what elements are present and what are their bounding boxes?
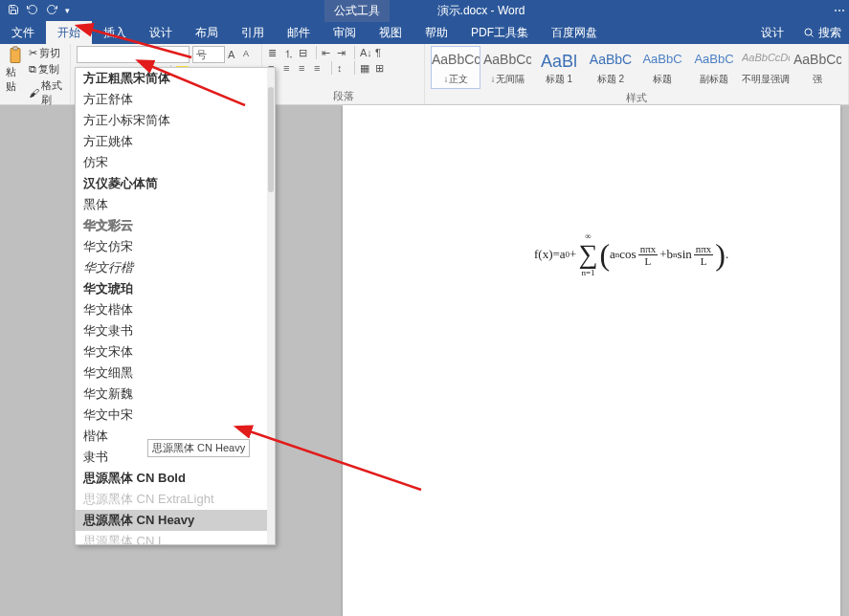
- tab-mailings[interactable]: 邮件: [276, 21, 322, 44]
- show-marks-icon[interactable]: ¶: [375, 47, 388, 59]
- formula-tools-label: 公式工具: [324, 0, 390, 22]
- tab-equation-design[interactable]: 设计: [749, 21, 795, 44]
- style-item[interactable]: AaBbC标题 2: [586, 46, 636, 89]
- sort-icon[interactable]: A↓: [360, 47, 372, 59]
- style-item[interactable]: AaBl标题 1: [534, 46, 584, 89]
- style-item[interactable]: AaBbC副标题: [689, 46, 739, 89]
- tab-review[interactable]: 审阅: [322, 21, 368, 44]
- tab-layout[interactable]: 布局: [184, 21, 230, 44]
- copy-button[interactable]: ⧉复制: [29, 62, 64, 77]
- shrink-font-icon[interactable]: A: [243, 49, 256, 61]
- brush-icon: 🖌: [29, 87, 39, 99]
- font-tooltip: 思源黑体 CN Heavy: [147, 439, 250, 457]
- tab-design[interactable]: 设计: [138, 21, 184, 44]
- align-center-icon[interactable]: ≡: [283, 62, 296, 75]
- bullets-icon[interactable]: ≣: [268, 47, 280, 59]
- font-option[interactable]: 思源黑体 CN L: [76, 531, 275, 545]
- title-bar: ▾ 公式工具 演示.docx - Word ⋯: [0, 0, 849, 21]
- tab-pdf[interactable]: PDF工具集: [459, 21, 540, 44]
- font-option[interactable]: 汉仪菱心体简: [76, 173, 275, 194]
- equation[interactable]: f(x)=a0 + ∞ ∑ n=1 ( an cos nπxL +bn sin …: [534, 231, 728, 277]
- font-option[interactable]: 华文宋体: [76, 341, 275, 363]
- numbering-icon[interactable]: ⒈: [283, 47, 296, 59]
- increase-indent-icon[interactable]: ⇥: [337, 47, 349, 59]
- group-label-styles: 样式: [431, 89, 842, 106]
- style-item[interactable]: AaBbC标题: [637, 46, 687, 89]
- font-option[interactable]: 方正舒体: [76, 89, 275, 110]
- font-option[interactable]: 仿宋: [76, 152, 275, 173]
- tab-view[interactable]: 视图: [368, 21, 413, 44]
- search-label: 搜索: [818, 25, 841, 41]
- align-right-icon[interactable]: ≡: [299, 62, 311, 75]
- font-dropdown[interactable]: 方正粗黑宋简体方正舒体方正小标宋简体方正姚体仿宋汉仪菱心体简黑体华文彩云华文仿宋…: [75, 67, 276, 545]
- group-styles: AaBbCcDc↓正文AaBbCcDc↓无间隔AaBl标题 1AaBbC标题 2…: [425, 44, 849, 104]
- grow-font-icon[interactable]: A: [228, 49, 240, 61]
- search-icon: [803, 27, 815, 38]
- font-option[interactable]: 思源黑体 CN ExtraLight: [76, 489, 275, 510]
- copy-icon: ⧉: [29, 63, 36, 76]
- tab-references[interactable]: 引用: [230, 21, 276, 44]
- font-option[interactable]: 思源黑体 CN Bold: [76, 468, 275, 489]
- line-spacing-icon[interactable]: ↕: [337, 62, 349, 75]
- document-page[interactable]: f(x)=a0 + ∞ ∑ n=1 ( an cos nπxL +bn sin …: [343, 105, 840, 616]
- tab-baidu[interactable]: 百度网盘: [540, 21, 609, 44]
- document-title: 演示.docx - Word: [437, 3, 525, 19]
- scissors-icon: ✂: [29, 47, 37, 59]
- borders-icon[interactable]: ⊞: [375, 62, 388, 75]
- font-option[interactable]: 华文行楷: [76, 257, 275, 278]
- font-option[interactable]: 方正小标宋简体: [76, 110, 275, 131]
- font-option[interactable]: 华文仿宋: [76, 236, 275, 257]
- font-option[interactable]: 华文楷体: [76, 299, 275, 320]
- search-box[interactable]: 搜索: [795, 21, 849, 44]
- group-label-paragraph: 段落: [268, 87, 418, 104]
- font-name-combo[interactable]: [77, 46, 190, 63]
- font-option[interactable]: 华文隶书: [76, 320, 275, 341]
- group-paragraph: ≣ ⒈ ⊟ ⇤ ⇥ A↓ ¶ ≡ ≡ ≡ ≡ ↕ ▦ ⊞ 段: [262, 44, 425, 104]
- tab-insert[interactable]: 插入: [92, 21, 138, 44]
- font-option[interactable]: 华文中宋: [76, 405, 275, 426]
- ribbon-tabs: 文件 开始 插入 设计 布局 引用 邮件 审阅 视图 帮助 PDF工具集 百度网…: [0, 21, 849, 44]
- multilevel-icon[interactable]: ⊟: [299, 47, 311, 59]
- font-option[interactable]: 华文琥珀: [76, 278, 275, 299]
- style-item[interactable]: AaBbCcDc↓正文: [431, 46, 480, 89]
- font-option[interactable]: 方正姚体: [76, 131, 275, 152]
- svg-rect-2: [11, 49, 20, 63]
- decrease-indent-icon[interactable]: ⇤: [322, 47, 334, 59]
- style-item[interactable]: AaBbCcDc↓无间隔: [482, 46, 532, 89]
- font-option[interactable]: 方正粗黑宋简体: [76, 68, 275, 89]
- font-size-combo[interactable]: 号: [192, 46, 225, 63]
- shading-icon[interactable]: ▦: [360, 62, 372, 75]
- style-gallery[interactable]: AaBbCcDc↓正文AaBbCcDc↓无间隔AaBl标题 1AaBbC标题 2…: [431, 46, 842, 89]
- group-clipboard: 粘贴 ✂剪切 ⧉复制 🖌格式刷 剪贴板: [0, 44, 71, 104]
- font-option[interactable]: 华文新魏: [76, 384, 275, 405]
- font-option[interactable]: 华文彩云: [76, 215, 275, 236]
- tab-home[interactable]: 开始: [46, 21, 92, 44]
- style-item[interactable]: AaBbCcDc强: [793, 46, 842, 89]
- ribbon-options-icon[interactable]: ⋯: [834, 4, 845, 17]
- justify-icon[interactable]: ≡: [314, 62, 326, 75]
- cut-button[interactable]: ✂剪切: [29, 46, 64, 60]
- paste-button[interactable]: 粘贴: [6, 46, 25, 94]
- tab-file[interactable]: 文件: [0, 21, 46, 44]
- svg-rect-3: [13, 47, 18, 50]
- svg-point-0: [805, 29, 812, 35]
- tab-help[interactable]: 帮助: [413, 21, 459, 44]
- font-option[interactable]: 思源黑体 CN Heavy: [76, 510, 275, 531]
- font-option[interactable]: 黑体: [76, 194, 275, 215]
- style-item[interactable]: AaBbCcDc不明显强调: [741, 46, 791, 89]
- dropdown-scrollbar[interactable]: [267, 68, 275, 544]
- svg-line-1: [811, 34, 813, 36]
- format-painter-button[interactable]: 🖌格式刷: [29, 78, 64, 107]
- sigma-icon: ∞ ∑ n=1: [578, 231, 597, 277]
- font-option[interactable]: 华文细黑: [76, 363, 275, 384]
